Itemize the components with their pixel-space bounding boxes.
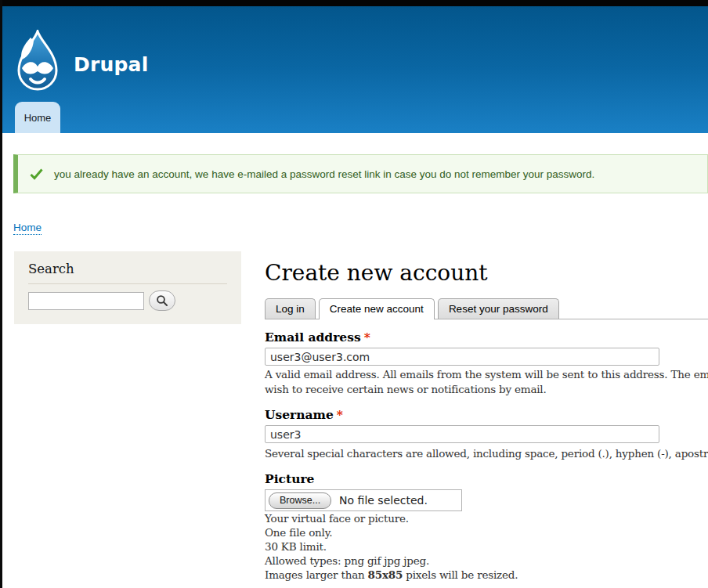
email-description: A valid email address. All emails from t… bbox=[265, 367, 708, 397]
search-form bbox=[28, 290, 175, 311]
email-label: Email address* bbox=[265, 330, 370, 345]
breadcrumb: Home bbox=[13, 220, 42, 234]
search-block-title: Search bbox=[28, 262, 74, 276]
username-label: Username* bbox=[265, 407, 343, 422]
breadcrumb-home-link[interactable]: Home bbox=[13, 222, 42, 235]
drupal-create-account-page: Drupal Home you already have an account,… bbox=[0, 0, 708, 588]
divider bbox=[28, 283, 227, 284]
tab-create-new-account[interactable]: Create new account bbox=[319, 298, 435, 319]
search-button[interactable] bbox=[149, 290, 175, 311]
site-name[interactable]: Drupal bbox=[74, 53, 148, 76]
screen-edge-top bbox=[0, 0, 708, 6]
screen-edge-left bbox=[0, 0, 2, 588]
username-description: Several special characters are allowed, … bbox=[265, 446, 708, 461]
picture-label: Picture bbox=[265, 471, 314, 486]
sidebar-search-block: Search bbox=[14, 251, 241, 324]
browse-button[interactable]: Browse... bbox=[269, 492, 331, 509]
email-field[interactable] bbox=[265, 348, 659, 366]
required-asterisk: * bbox=[364, 330, 370, 345]
page-title: Create new account bbox=[265, 260, 488, 286]
main-content: Create new account Log in Create new acc… bbox=[265, 0, 708, 588]
form-tabs: Log in Create new account Reset your pas… bbox=[265, 298, 562, 319]
tab-log-in[interactable]: Log in bbox=[265, 298, 316, 319]
tab-reset-your-password[interactable]: Reset your password bbox=[438, 298, 559, 319]
username-field[interactable] bbox=[265, 425, 659, 443]
required-asterisk: * bbox=[337, 407, 343, 422]
checkmark-icon bbox=[30, 168, 43, 180]
no-file-selected-text: No file selected. bbox=[339, 494, 428, 507]
magnifier-icon bbox=[156, 294, 168, 307]
search-input[interactable] bbox=[28, 292, 144, 310]
picture-resize-note: Images larger than 85x85 pixels will be … bbox=[265, 568, 518, 582]
nav-tab-home[interactable]: Home bbox=[15, 102, 60, 133]
drupal-logo-icon[interactable] bbox=[11, 30, 64, 94]
picture-file-input[interactable]: Browse... No file selected. bbox=[265, 489, 462, 511]
picture-description: Your virtual face or picture. One file o… bbox=[265, 511, 518, 582]
